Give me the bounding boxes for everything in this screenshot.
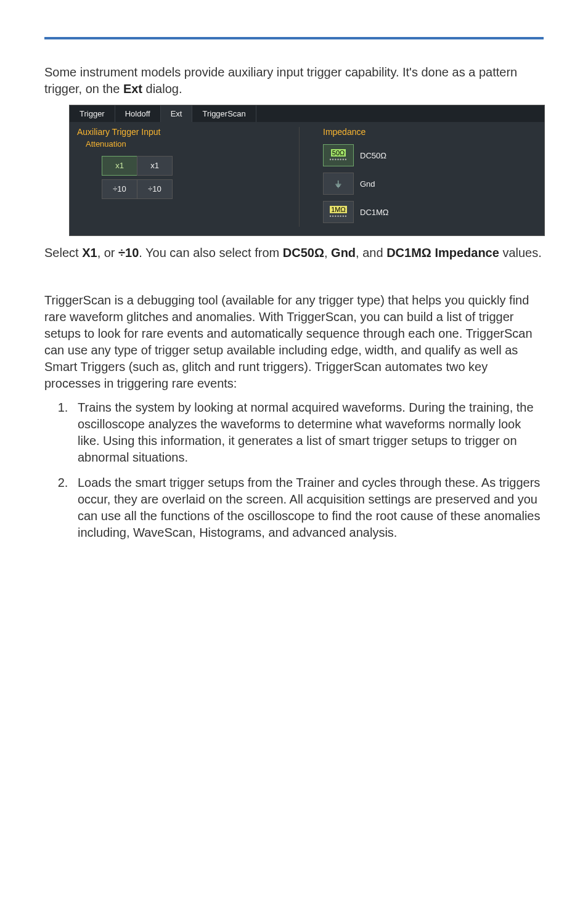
caption-c2: , and bbox=[356, 246, 386, 259]
list-item-1: Trains the system by looking at normal a… bbox=[71, 399, 544, 466]
intro-ext-bold: Ext bbox=[123, 82, 142, 96]
figure-caption: Select X1, or ÷10. You can also select f… bbox=[44, 245, 544, 261]
caption-b4: Gnd bbox=[331, 246, 356, 259]
intro-text-pre: Some instrument models provide auxiliary… bbox=[44, 65, 517, 96]
dialog-tabs: Trigger Holdoff Ext TriggerScan bbox=[70, 105, 544, 122]
impedance-row-1m: 1MΩ ••••••• DC1MΩ bbox=[323, 201, 537, 223]
impedance-gnd-label: Gnd bbox=[360, 179, 375, 189]
impedance-1mohm-label: DC1MΩ bbox=[360, 208, 389, 217]
caption-pre: Select bbox=[44, 246, 82, 259]
impedance-row-50: 50Ω ••••••• DC50Ω bbox=[323, 144, 537, 166]
impedance-1mohm-text: 1MΩ bbox=[330, 206, 347, 213]
caption-b2: ÷10 bbox=[118, 246, 139, 259]
attenuation-row-1: x1 x1 bbox=[102, 156, 287, 176]
impedance-gnd-button[interactable]: ⏚ bbox=[323, 173, 354, 195]
caption-b3: DC50Ω bbox=[283, 246, 324, 259]
tab-holdoff[interactable]: Holdoff bbox=[115, 105, 161, 122]
impedance-1mohm-icon: ••••••• bbox=[329, 214, 347, 218]
attenuation-row-2: ÷10 ÷10 bbox=[102, 179, 287, 199]
tab-trigger[interactable]: Trigger bbox=[70, 105, 115, 122]
impedance-1mohm-button[interactable]: 1MΩ ••••••• bbox=[323, 201, 354, 223]
caption-b5: DC1MΩ Impedance bbox=[386, 246, 499, 259]
attenuation-div10[interactable]: ÷10 bbox=[102, 179, 137, 199]
ground-icon: ⏚ bbox=[335, 179, 341, 189]
caption-b1: X1 bbox=[82, 246, 97, 259]
impedance-50ohm-text: 50Ω bbox=[331, 149, 346, 157]
attenuation-x1-selected[interactable]: x1 bbox=[102, 156, 137, 176]
caption-m1: , or bbox=[97, 246, 118, 259]
ext-dialog-figure: Trigger Holdoff Ext TriggerScan Auxiliar… bbox=[69, 105, 545, 236]
tab-triggerscan[interactable]: TriggerScan bbox=[192, 105, 256, 122]
impedance-row-gnd: ⏚ Gnd bbox=[323, 173, 537, 195]
intro-paragraph: Some instrument models provide auxiliary… bbox=[44, 64, 544, 97]
aux-trigger-input-title: Auxiliary Trigger Input bbox=[77, 127, 287, 137]
caption-m2: . You can also select from bbox=[139, 246, 282, 259]
impedance-50ohm-button[interactable]: 50Ω ••••••• bbox=[323, 144, 354, 166]
header-rule bbox=[44, 37, 544, 39]
impedance-title: Impedance bbox=[312, 127, 537, 137]
caption-post: values. bbox=[499, 246, 542, 259]
triggerscan-list: Trains the system by looking at normal a… bbox=[64, 399, 544, 541]
impedance-50ohm-label: DC50Ω bbox=[360, 151, 386, 160]
attenuation-label: Attenuation bbox=[77, 139, 287, 149]
attenuation-div10-alt[interactable]: ÷10 bbox=[137, 179, 173, 199]
intro-text-post: dialog. bbox=[142, 82, 182, 96]
attenuation-x1-alt[interactable]: x1 bbox=[137, 156, 173, 176]
caption-c1: , bbox=[324, 246, 331, 259]
tab-ext[interactable]: Ext bbox=[161, 105, 193, 122]
triggerscan-intro: TriggerScan is a debugging tool (availab… bbox=[44, 292, 544, 392]
list-item-2: Loads the smart trigger setups from the … bbox=[71, 475, 544, 541]
impedance-50ohm-icon: ••••••• bbox=[329, 158, 347, 161]
